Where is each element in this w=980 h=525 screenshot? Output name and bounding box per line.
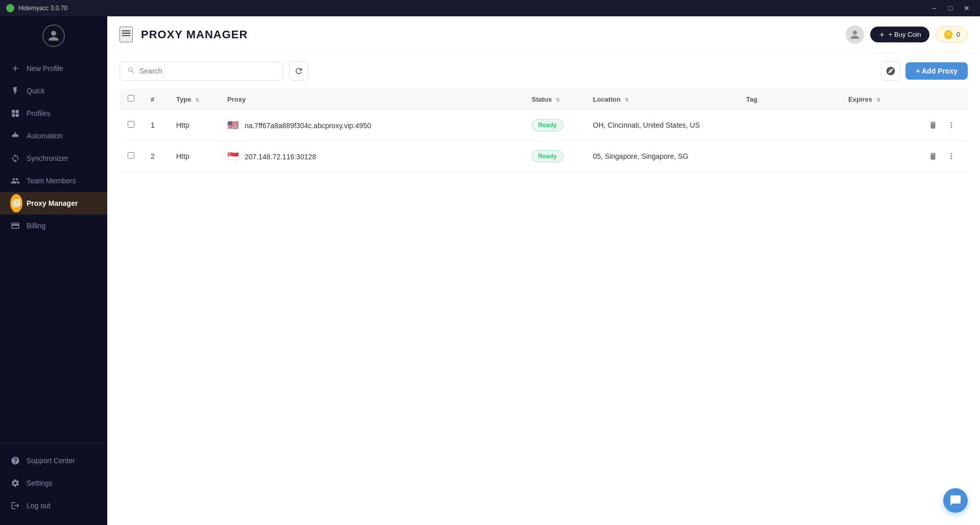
row-expires <box>840 141 917 172</box>
sidebar-label-proxy-manager: Proxy Manager <box>27 199 78 207</box>
row-type: Http <box>168 110 219 141</box>
user-avatar-top[interactable] <box>846 26 864 44</box>
proxy-address: 207.148.72.116:30128 <box>245 153 316 161</box>
row-checkbox[interactable] <box>128 152 134 159</box>
sidebar-item-profiles[interactable]: Profiles <box>0 102 107 125</box>
buy-coin-button[interactable]: + Buy Coin <box>870 27 929 42</box>
sidebar-label-support-center: Support Center <box>27 457 75 465</box>
sidebar-divider <box>0 443 107 443</box>
webcam-button[interactable] <box>881 61 900 81</box>
avatar[interactable] <box>42 25 65 47</box>
sidebar: New Profile Quick Profiles Automation Sy <box>0 16 107 525</box>
sidebar-label-team-members: Team Members <box>27 177 76 185</box>
sidebar-item-proxy-manager[interactable]: Proxy Manager <box>0 192 107 214</box>
main-content: PROXY MANAGER + Buy Coin 🪙 0 <box>107 16 980 525</box>
proxy-icon <box>10 198 20 208</box>
search-input[interactable] <box>139 67 275 75</box>
table-row: 1 Http 🇺🇸 na.7ff67a8a889f304c.abcproxy.v… <box>119 110 968 141</box>
minimize-button[interactable]: − <box>927 1 941 15</box>
grid-icon <box>10 108 20 118</box>
sidebar-label-profiles: Profiles <box>27 109 51 117</box>
coin-balance: 🪙 0 <box>936 26 968 43</box>
table-header-row: # Type ⇅ Proxy Status ⇅ Location ⇅ Tag <box>119 89 968 110</box>
row-tag <box>738 110 840 141</box>
col-actions <box>917 89 968 110</box>
sidebar-label-billing: Billing <box>27 222 45 230</box>
coin-amount: 0 <box>957 31 960 38</box>
maximize-button[interactable]: □ <box>943 1 958 15</box>
col-num: # <box>142 89 168 110</box>
col-checkbox <box>119 89 142 110</box>
settings-icon <box>10 478 20 488</box>
row-location: 05, Singapore, Singapore, SG <box>585 141 738 172</box>
app-body: New Profile Quick Profiles Automation Sy <box>0 16 980 525</box>
title-bar: Hidemyacc 3.0.70 − □ ✕ <box>0 0 980 16</box>
chat-bubble[interactable] <box>943 488 968 513</box>
close-button[interactable]: ✕ <box>960 1 974 15</box>
status-badge: Ready <box>532 150 563 162</box>
row-proxy: 🇸🇬 207.148.72.116:30128 <box>219 141 523 172</box>
logout-icon <box>10 500 20 511</box>
app-title: Hidemyacc 3.0.70 <box>18 5 67 12</box>
flag-icon: 🇸🇬 <box>227 151 238 161</box>
status-badge: Ready <box>532 119 563 131</box>
sidebar-item-support-center[interactable]: Support Center <box>0 449 107 472</box>
sidebar-item-quick[interactable]: Quick <box>0 80 107 102</box>
more-options-button[interactable] <box>943 148 960 164</box>
window-controls: − □ ✕ <box>927 1 974 15</box>
sidebar-label-settings: Settings <box>27 479 53 487</box>
col-expires[interactable]: Expires ⇅ <box>840 89 917 110</box>
row-num: 2 <box>142 141 168 172</box>
sidebar-label-automation: Automation <box>27 132 63 140</box>
row-type: Http <box>168 141 219 172</box>
delete-button[interactable] <box>925 148 941 164</box>
plus-icon <box>10 63 20 74</box>
robot-icon <box>10 131 20 141</box>
hamburger-button[interactable] <box>119 27 133 42</box>
row-actions <box>917 141 968 172</box>
proxy-address: na.7ff67a8a889f304c.abcproxy.vip:4950 <box>245 122 371 130</box>
row-expires <box>840 110 917 141</box>
select-all-checkbox[interactable] <box>128 95 134 102</box>
table-row: 2 Http 🇸🇬 207.148.72.116:30128 Ready 05,… <box>119 141 968 172</box>
delete-button[interactable] <box>925 117 941 133</box>
row-tag <box>738 141 840 172</box>
row-location: OH, Cincinnati, United States, US <box>585 110 738 141</box>
search-box <box>119 62 283 81</box>
row-checkbox[interactable] <box>128 121 134 128</box>
sidebar-item-new-profile[interactable]: New Profile <box>0 57 107 80</box>
refresh-button[interactable] <box>289 61 308 81</box>
col-type[interactable]: Type ⇅ <box>168 89 219 110</box>
sidebar-item-synchronizer[interactable]: Synchronizer <box>0 147 107 170</box>
sidebar-item-automation[interactable]: Automation <box>0 125 107 147</box>
row-checkbox-cell <box>119 110 142 141</box>
sidebar-item-settings[interactable]: Settings <box>0 472 107 494</box>
more-options-button[interactable] <box>943 117 960 133</box>
row-num: 1 <box>142 110 168 141</box>
plus-icon-btn <box>878 31 886 38</box>
app-icon <box>6 4 14 12</box>
sidebar-item-team-members[interactable]: Team Members <box>0 170 107 192</box>
search-icon <box>127 66 135 76</box>
coin-icon: 🪙 <box>943 30 953 39</box>
row-proxy: 🇺🇸 na.7ff67a8a889f304c.abcproxy.vip:4950 <box>219 110 523 141</box>
col-proxy: Proxy <box>219 89 523 110</box>
col-tag: Tag <box>738 89 840 110</box>
add-proxy-button[interactable]: + Add Proxy <box>905 62 968 80</box>
proxy-table: # Type ⇅ Proxy Status ⇅ Location ⇅ Tag <box>107 89 980 525</box>
sidebar-label-quick: Quick <box>27 87 45 95</box>
col-location[interactable]: Location ⇅ <box>585 89 738 110</box>
sidebar-item-billing[interactable]: Billing <box>0 214 107 237</box>
sidebar-label-new-profile: New Profile <box>27 64 63 73</box>
sidebar-item-log-out[interactable]: Log out <box>0 494 107 517</box>
row-status: Ready <box>523 141 585 172</box>
top-bar: PROXY MANAGER + Buy Coin 🪙 0 <box>107 16 980 53</box>
billing-icon <box>10 221 20 231</box>
proxy-data-table: # Type ⇅ Proxy Status ⇅ Location ⇅ Tag <box>119 89 968 172</box>
table-body: 1 Http 🇺🇸 na.7ff67a8a889f304c.abcproxy.v… <box>119 110 968 172</box>
toolbar: + Add Proxy <box>107 53 980 89</box>
row-status: Ready <box>523 110 585 141</box>
col-status[interactable]: Status ⇅ <box>523 89 585 110</box>
team-icon <box>10 176 20 186</box>
row-checkbox-cell <box>119 141 142 172</box>
